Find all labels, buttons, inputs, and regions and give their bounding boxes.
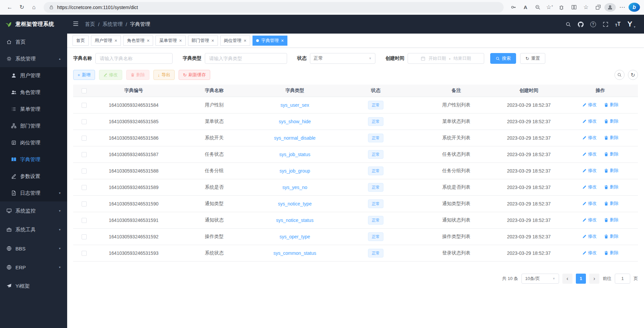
row-checkbox[interactable] xyxy=(82,251,87,256)
sidebar-item-dict-mgmt[interactable]: 字典管理 xyxy=(0,151,67,168)
search-icon[interactable] xyxy=(565,21,571,27)
page-size-select[interactable]: 10条/页 ▼ xyxy=(521,274,559,284)
sidebar-item-post-mgmt[interactable]: 岗位管理 xyxy=(0,134,67,151)
delete-button[interactable]: 删除 xyxy=(126,70,149,80)
sidebar-item-monitor[interactable]: 系统监控 ▼ xyxy=(0,201,67,220)
dict-type-link[interactable]: sys_user_sex xyxy=(280,102,309,108)
collections-icon[interactable] xyxy=(592,2,604,13)
row-delete-button[interactable]: 删除 xyxy=(604,168,618,174)
copilot-icon[interactable]: b xyxy=(629,3,640,12)
dict-type-link[interactable]: sys_yes_no xyxy=(282,185,307,190)
dict-type-link[interactable]: sys_oper_type xyxy=(279,234,310,239)
zoom-out-icon[interactable] xyxy=(532,2,543,13)
row-edit-button[interactable]: 修改 xyxy=(582,217,597,223)
sidebar-item-bbs[interactable]: BBS ▼ xyxy=(0,239,67,258)
reset-button[interactable]: ↻ 重置 xyxy=(520,53,545,64)
row-checkbox[interactable] xyxy=(82,103,87,108)
date-range-picker[interactable]: 开始日期 - 结束日期 xyxy=(408,53,484,64)
help-icon[interactable]: ? xyxy=(590,21,596,27)
sidebar-item-dept-mgmt[interactable]: 部门管理 xyxy=(0,118,67,134)
row-delete-button[interactable]: 删除 xyxy=(604,102,618,108)
tab-post-mgmt[interactable]: 岗位管理× xyxy=(220,36,250,46)
row-edit-button[interactable]: 修改 xyxy=(582,102,597,108)
row-edit-button[interactable]: 修改 xyxy=(582,168,597,174)
sidebar-item-role-mgmt[interactable]: 角色管理 xyxy=(0,84,67,101)
refresh-cache-button[interactable]: ↻刷新缓存 xyxy=(179,70,210,80)
prev-page-button[interactable]: ‹ xyxy=(562,274,572,284)
dict-type-link[interactable]: sys_job_status xyxy=(279,152,311,157)
export-button[interactable]: ↓导出 xyxy=(153,70,175,80)
favorites-icon[interactable]: ☆ xyxy=(580,2,592,13)
current-page-button[interactable]: 1 xyxy=(576,274,586,284)
row-delete-button[interactable]: 删除 xyxy=(604,200,618,206)
sidebar-item-home[interactable]: 首页 xyxy=(0,34,67,50)
close-icon[interactable]: × xyxy=(212,38,214,43)
next-page-button[interactable]: › xyxy=(589,274,599,284)
profile-avatar[interactable] xyxy=(604,3,616,12)
row-delete-button[interactable]: 删除 xyxy=(604,118,618,124)
close-icon[interactable]: × xyxy=(281,38,284,43)
toggle-search-button[interactable] xyxy=(614,70,625,80)
dict-name-input[interactable] xyxy=(95,53,173,64)
dict-type-link[interactable]: sys_job_group xyxy=(279,168,310,174)
row-delete-button[interactable]: 删除 xyxy=(604,151,618,157)
row-checkbox[interactable] xyxy=(82,201,87,206)
dict-type-link[interactable]: sys_normal_disable xyxy=(274,135,316,141)
sidebar-item-tools[interactable]: 系统工具 ▼ xyxy=(0,220,67,239)
search-button[interactable]: 搜索 xyxy=(490,53,516,64)
tab-dept-mgmt[interactable]: 部门管理× xyxy=(188,36,218,46)
breadcrumb-home[interactable]: 首页 xyxy=(85,21,95,28)
dict-type-link[interactable]: sys_show_hide xyxy=(279,119,311,124)
sidebar-item-erp[interactable]: ERP ▼ xyxy=(0,258,67,277)
tab-dict-mgmt[interactable]: 字典管理× xyxy=(252,36,287,46)
close-icon[interactable]: × xyxy=(244,38,246,43)
row-edit-button[interactable]: 修改 xyxy=(582,250,597,256)
tab-home[interactable]: 首页 xyxy=(73,36,89,46)
sidebar-item-menu-mgmt[interactable]: 菜单管理 xyxy=(0,101,67,118)
password-key-icon[interactable] xyxy=(508,2,519,13)
goto-page-input[interactable] xyxy=(615,274,630,284)
row-checkbox[interactable] xyxy=(82,234,87,239)
dict-type-link[interactable]: sys_common_status xyxy=(273,250,316,256)
more-menu-icon[interactable]: ⋯ xyxy=(616,2,628,13)
row-edit-button[interactable]: 修改 xyxy=(582,151,597,157)
user-menu[interactable]: Y▼ xyxy=(627,20,636,29)
row-delete-button[interactable]: 删除 xyxy=(604,217,618,223)
add-button[interactable]: +新增 xyxy=(73,70,95,80)
row-checkbox[interactable] xyxy=(82,136,87,141)
sidebar-item-param-settings[interactable]: 参数设置 xyxy=(0,168,67,185)
hamburger-menu-icon[interactable] xyxy=(73,20,79,28)
address-bar[interactable]: https://ccnetcore.com:1101/system/dict xyxy=(44,2,504,13)
breadcrumb-system[interactable]: 系统管理 xyxy=(102,21,123,28)
row-edit-button[interactable]: 修改 xyxy=(582,135,597,141)
sidebar-item-user-mgmt[interactable]: 用户管理 xyxy=(0,67,67,84)
row-delete-button[interactable]: 删除 xyxy=(604,233,618,239)
row-checkbox[interactable] xyxy=(82,218,87,223)
close-icon[interactable]: × xyxy=(147,38,149,43)
extensions-icon[interactable] xyxy=(556,2,567,13)
fullscreen-icon[interactable] xyxy=(603,21,608,27)
home-icon[interactable]: ⌂ xyxy=(28,2,40,13)
row-delete-button[interactable]: 删除 xyxy=(604,135,618,141)
back-icon[interactable]: ← xyxy=(4,2,15,13)
github-icon[interactable] xyxy=(578,21,584,27)
dict-type-input[interactable] xyxy=(205,53,287,64)
close-icon[interactable]: × xyxy=(114,38,117,43)
edit-button[interactable]: 修改 xyxy=(99,70,122,80)
row-checkbox[interactable] xyxy=(82,119,87,124)
read-aloud-icon[interactable]: A xyxy=(520,2,531,13)
tab-menu-mgmt[interactable]: 菜单管理× xyxy=(155,36,185,46)
refresh-table-button[interactable]: ↻ xyxy=(628,70,638,80)
row-delete-button[interactable]: 删除 xyxy=(604,250,618,256)
status-select[interactable]: 正常 ▼ xyxy=(310,53,375,64)
row-checkbox[interactable] xyxy=(82,169,87,174)
font-size-icon[interactable]: TT xyxy=(615,21,621,27)
sidebar-item-log-mgmt[interactable]: 日志管理 ▼ xyxy=(0,185,67,201)
refresh-icon[interactable]: ↻ xyxy=(16,2,28,13)
select-all-checkbox[interactable] xyxy=(82,88,87,93)
favorites-add-icon[interactable]: ☆+ xyxy=(544,2,555,13)
tab-user-mgmt[interactable]: 用户管理× xyxy=(91,36,121,46)
close-icon[interactable]: × xyxy=(179,38,182,43)
dict-type-link[interactable]: sys_notice_type xyxy=(278,201,312,206)
row-checkbox[interactable] xyxy=(82,152,87,157)
